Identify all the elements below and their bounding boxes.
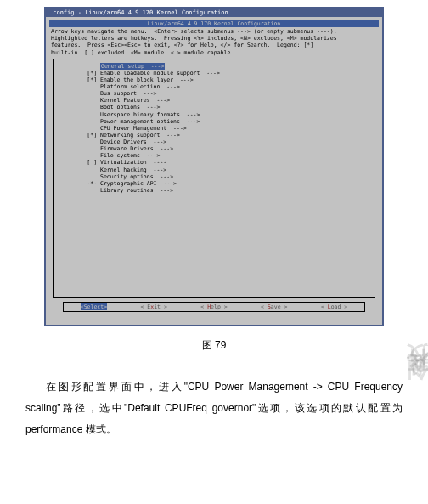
menu-item[interactable]: CPU Power Management ---> bbox=[60, 125, 368, 132]
menu-item[interactable]: General setup ---> bbox=[60, 63, 368, 70]
exit-button[interactable]: < Exit > bbox=[141, 303, 167, 310]
window-titlebar: .config - Linux/arm64 4.9.170 Kernel Con… bbox=[46, 8, 382, 17]
paragraph-text: 在图形配置界面中，进入"CPU Power Management -> CPU … bbox=[25, 377, 403, 441]
menu-item[interactable]: Platform selection ---> bbox=[60, 83, 368, 90]
load-button[interactable]: < Load > bbox=[321, 303, 347, 310]
save-button[interactable]: < Save > bbox=[261, 303, 287, 310]
select-button[interactable]: <Select> bbox=[81, 303, 107, 310]
menu-item[interactable]: Boot options ---> bbox=[60, 104, 368, 110]
page: .config - Linux/arm64 4.9.170 Kernel Con… bbox=[0, 0, 428, 458]
menu-item[interactable]: Kernel hacking ---> bbox=[60, 167, 368, 173]
menu-items: General setup ---> [*] Enable loadable m… bbox=[60, 63, 368, 194]
menu-item[interactable]: [*] Networking support ---> bbox=[60, 132, 368, 139]
menu-item[interactable]: Userspace binary formats ---> bbox=[60, 111, 368, 118]
menu-item[interactable]: [*] Enable loadable module support ---> bbox=[60, 70, 368, 76]
watermark: 创龙科技 bbox=[402, 378, 428, 399]
config-header: Linux/arm64 4.9.170 Kernel Configuration bbox=[49, 20, 379, 27]
menu-item[interactable]: Kernel Features ---> bbox=[60, 97, 368, 104]
menu-list-box: General setup ---> [*] Enable loadable m… bbox=[53, 59, 375, 298]
menu-item[interactable]: Library routines ---> bbox=[60, 187, 368, 194]
terminal-window: .config - Linux/arm64 4.9.170 Kernel Con… bbox=[44, 7, 384, 326]
menu-item[interactable]: [ ] Virtualization ---- bbox=[60, 159, 368, 166]
menu-item[interactable]: Firmware Drivers ---> bbox=[60, 145, 368, 152]
help-text: Arrow keys navigate the menu. <Enter> se… bbox=[51, 28, 377, 56]
help-button[interactable]: < Help > bbox=[200, 303, 227, 310]
menu-item[interactable]: File systems ---> bbox=[60, 152, 368, 159]
menuconfig-screen: Linux/arm64 4.9.170 Kernel Configuration… bbox=[46, 17, 382, 325]
button-bar: <Select> < Exit > < Help > < Save > < Lo… bbox=[63, 302, 365, 312]
menu-item[interactable]: Device Drivers ---> bbox=[60, 139, 368, 145]
menu-item[interactable]: Power management options ---> bbox=[60, 118, 368, 125]
menu-item[interactable]: -*- Cryptographic API ---> bbox=[60, 180, 368, 187]
menu-item[interactable]: Bus support ---> bbox=[60, 90, 368, 97]
figure-caption: 图 79 bbox=[25, 338, 403, 353]
menu-item[interactable]: Security options ---> bbox=[60, 173, 368, 180]
menu-item[interactable]: [*] Enable the block layer ---> bbox=[60, 76, 368, 83]
